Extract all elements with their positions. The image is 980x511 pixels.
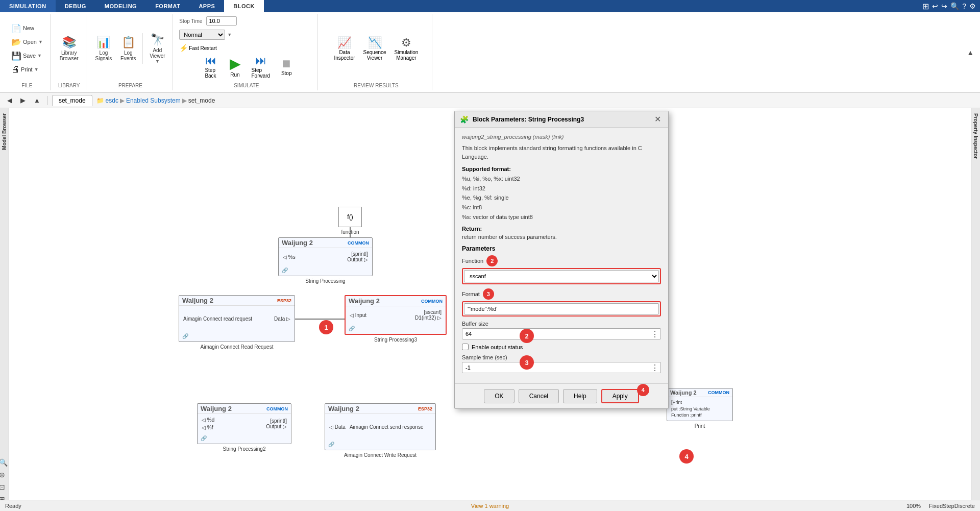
status-ready: Ready: [5, 503, 328, 509]
sp3-inner[interactable]: Waijung 2 COMMON ◁ Input [sscanf] D1(int…: [345, 295, 447, 335]
save-button[interactable]: 💾 Save ▼: [8, 50, 46, 62]
step-back-button[interactable]: ⏮ StepBack: [200, 52, 222, 81]
sp1-brand: Waijung 2: [282, 239, 313, 247]
sp3-category: COMMON: [421, 299, 443, 304]
sample-time-stepper[interactable]: ⋮: [651, 363, 659, 373]
sp1-left-ports: ◁ %s: [283, 254, 296, 260]
save-icon: 💾: [11, 51, 21, 61]
status-mode: FixedStepDiscrete: [929, 503, 975, 509]
canvas-tab[interactable]: set_mode: [52, 95, 92, 106]
enable-output-checkbox[interactable]: [462, 344, 469, 350]
modal-sample-time-input[interactable]: [462, 362, 661, 373]
badge-3: 3: [520, 355, 534, 370]
save-dropdown-icon[interactable]: ▼: [37, 53, 42, 58]
sp1-inner[interactable]: Waijung 2 COMMON ◁ %s [sprintf] Output ▷…: [278, 237, 373, 276]
stop-button[interactable]: ⏹ Stop: [275, 55, 298, 78]
mode-dropdown[interactable]: ▼: [227, 32, 232, 37]
ribbon-group-file: 📄 New 📂 Open ▼ 💾 Save ▼ 🖨: [4, 14, 51, 90]
badge-2: 2: [520, 329, 534, 343]
format-line-3: %e, %g, %f: single: [462, 193, 661, 203]
aimagin-read-title-bar: Waijung 2 ESP32: [179, 296, 295, 306]
modal-close-button[interactable]: ✕: [652, 114, 663, 124]
add-viewer-icon: 🔭: [151, 33, 164, 46]
tab-apps[interactable]: APPS: [189, 0, 224, 12]
modal-body: waijung2_string_processing (mask) (link)…: [455, 128, 668, 383]
ribbon-content: 📄 New 📂 Open ▼ 💾 Save ▼ 🖨: [0, 12, 980, 92]
sp3-title-bar: Waijung 2 COMMON: [346, 296, 446, 306]
undo-icon[interactable]: ↩: [932, 2, 938, 10]
print-dropdown-icon[interactable]: ▼: [34, 67, 39, 72]
status-warning[interactable]: View 1 warning: [328, 503, 651, 509]
aimagin-read-inner[interactable]: Waijung 2 ESP32 Aimagin Connect read req…: [179, 295, 295, 342]
aimagin-write-inner[interactable]: Waijung 2 ESP32 ◁ Data Aimagin Connect s…: [325, 403, 436, 450]
print-category: COMMON: [708, 390, 729, 395]
settings-icon[interactable]: ⚙: [969, 2, 976, 10]
sidebar-zoom-icon[interactable]: ⊕: [0, 471, 10, 479]
sp3-left-ports: ◁ Input: [350, 312, 366, 318]
model-browser-label[interactable]: Model Browser: [2, 113, 7, 150]
sidebar-fit-icon[interactable]: ⊡: [0, 483, 10, 491]
open-button[interactable]: 📂 Open ▼: [8, 36, 46, 48]
library-browser-button[interactable]: 📚 LibraryBrowser: [57, 34, 82, 63]
print-button[interactable]: 🖨 Print ▼: [8, 63, 46, 76]
modal-function-select[interactable]: sscanf sprintf: [464, 270, 659, 282]
tab-format[interactable]: FORMAT: [146, 0, 189, 12]
modal-ok-button[interactable]: OK: [484, 389, 514, 403]
modal-format-input[interactable]: [464, 303, 659, 314]
modal-help-button[interactable]: Help: [563, 389, 597, 403]
mode-row: Normal ▼: [179, 30, 232, 40]
breadcrumb-item-esdc[interactable]: esdc: [106, 97, 118, 104]
tab-debug[interactable]: DEBUG: [56, 0, 95, 12]
forward-button[interactable]: ▶: [17, 95, 29, 105]
redo-icon[interactable]: ↪: [941, 2, 947, 10]
breadcrumb-icon: 📁: [96, 97, 104, 104]
statusbar: Ready View 1 warning 100% FixedStepDiscr…: [0, 500, 980, 511]
run-button[interactable]: ▶ Run: [224, 53, 247, 80]
open-dropdown-icon[interactable]: ▼: [38, 39, 43, 44]
modal-apply-button[interactable]: Apply: [601, 389, 639, 403]
aimagin-write-link: 🔗: [325, 440, 435, 450]
up-button[interactable]: ▲: [31, 95, 43, 105]
format-field-wrapper: [462, 301, 661, 317]
print-inner[interactable]: Waijung 2 COMMON [Print put :String Vari…: [667, 388, 733, 421]
buffer-stepper-icon[interactable]: ⋮: [651, 329, 659, 339]
toolbar-icon1[interactable]: ⊞: [922, 2, 929, 11]
modal-buffer-input[interactable]: [462, 328, 661, 339]
new-button[interactable]: 📄 New: [8, 22, 46, 35]
status-zoom: 100%: [906, 503, 921, 509]
tab-block[interactable]: BLOCK: [224, 0, 264, 12]
modal-cancel-button[interactable]: Cancel: [519, 389, 559, 403]
modal-format-title: Supported format:: [462, 166, 661, 172]
breadcrumb-item-current: set_mode: [188, 97, 215, 104]
search-icon[interactable]: 🔍: [950, 2, 959, 10]
mode-select[interactable]: Normal: [179, 30, 225, 40]
badge-2-inline: 2: [486, 255, 498, 266]
tab-modeling[interactable]: MODELING: [95, 0, 146, 12]
stop-time-input[interactable]: [206, 16, 237, 26]
simulation-manager-button[interactable]: ⚙ SimulationManager: [391, 34, 422, 63]
back-button[interactable]: ◀: [4, 95, 15, 105]
sp2-inner[interactable]: Waijung 2 COMMON ◁ %d ◁ %f [sprintf] Out…: [197, 403, 291, 444]
sp1-port-output: Output ▷: [347, 257, 368, 262]
property-inspector-sidebar: Property Inspector ▶▶: [971, 108, 980, 511]
function-block[interactable]: f(): [338, 207, 362, 227]
log-signals-button[interactable]: 📊 LogSignals: [92, 34, 115, 63]
help-icon[interactable]: ?: [962, 2, 966, 10]
add-viewer-dropdown[interactable]: ▼: [155, 59, 160, 64]
property-inspector-label[interactable]: Property Inspector: [973, 113, 978, 159]
sp3-right-ports: [sscanf] D1(int32) ▷: [415, 309, 442, 321]
log-events-button[interactable]: 📋 LogEvents: [117, 34, 139, 63]
sequence-viewer-button[interactable]: 📉 SequenceViewer: [360, 34, 389, 63]
apply-btn-wrapper: Apply 4: [601, 389, 639, 403]
data-inspector-button[interactable]: 📈 DataInspector: [331, 34, 358, 63]
sidebar-search-icon[interactable]: 🔍: [0, 458, 10, 467]
breadcrumb-item-subsystem[interactable]: Enabled Subsystem: [126, 97, 181, 104]
sp2-body: ◁ %d ◁ %f [sprintf] Output ▷: [198, 414, 291, 433]
step-forward-button[interactable]: ⏭ StepForward: [249, 52, 274, 81]
tab-simulation[interactable]: SIMULATION: [0, 0, 56, 12]
collapse-btn[interactable]: ▲: [965, 14, 976, 90]
library-group-label: LIBRARY: [58, 81, 80, 88]
sp1-title-bar: Waijung 2 COMMON: [279, 238, 372, 248]
add-viewer-button[interactable]: 🔭 AddViewer ▼: [146, 31, 168, 66]
modal-sample-time-label: Sample time (sec): [462, 354, 661, 360]
